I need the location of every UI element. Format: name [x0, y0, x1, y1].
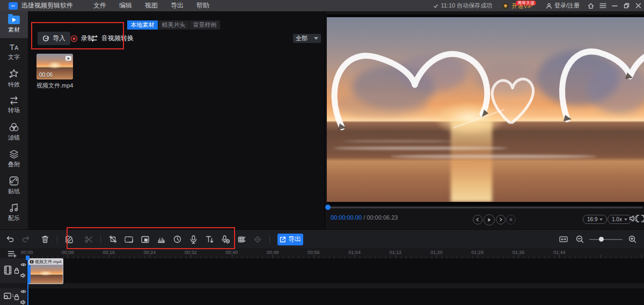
crop-button[interactable] — [108, 235, 117, 244]
sidebar-item-text[interactable]: TA 文字 — [0, 38, 28, 65]
play-button[interactable] — [484, 214, 495, 226]
pip-track-header: 1 — [0, 288, 27, 305]
tab-intro-templates[interactable]: 精美片头 — [158, 20, 189, 30]
autosave-status: 11:10 自动保存成功 — [433, 2, 492, 10]
timeline-zoom-slider[interactable] — [589, 239, 623, 240]
timecode-total: 00:00:06.23 — [367, 214, 398, 221]
sidebar-item-effects[interactable]: 特效 — [0, 65, 28, 92]
timeline-clip-label: 视频文件.mp4 — [28, 259, 63, 265]
seekbar-handle[interactable] — [325, 205, 331, 210]
stop-button[interactable] — [506, 215, 516, 224]
chevron-down-icon — [314, 37, 318, 40]
chevron-down-icon — [624, 219, 627, 221]
tab-background-samples[interactable]: 背景样例 — [189, 20, 220, 30]
tab-local-media[interactable]: 本地素材 — [127, 20, 158, 30]
home-button[interactable] — [585, 0, 597, 11]
sidebar-item-overlays[interactable]: 叠附 — [0, 146, 28, 172]
speed-button[interactable] — [173, 235, 181, 244]
track-mute-icon[interactable] — [20, 300, 26, 305]
zoom-slider-handle[interactable] — [599, 237, 604, 242]
track-mute-icon[interactable] — [20, 273, 26, 278]
mosaic-button[interactable] — [237, 235, 246, 244]
menu-view[interactable]: 视图 — [138, 1, 164, 10]
voice-changer-button[interactable] — [221, 235, 230, 244]
delete-button[interactable] — [41, 235, 49, 244]
preview-seekbar[interactable] — [327, 207, 643, 208]
video-clip-icon — [30, 260, 34, 264]
close-icon — [635, 3, 641, 9]
app-title: 迅捷视频剪辑软件 — [21, 1, 73, 10]
text-to-speech-button[interactable] — [205, 235, 214, 244]
audio-wave-button[interactable] — [157, 235, 165, 244]
main-menu-button[interactable] — [597, 0, 609, 11]
av-convert-button[interactable]: 音视频转换 — [91, 34, 134, 43]
video-editor-window: ✂ 迅捷视频剪辑软件 文件 编辑 视图 导出 帮助 11:10 自动保存成功 开… — [0, 0, 644, 305]
menu-edit[interactable]: 编辑 — [113, 1, 138, 10]
transition-icon — [9, 96, 19, 105]
zoom-in-button[interactable] — [628, 235, 636, 244]
video-track-header — [0, 258, 27, 283]
video-viewport — [327, 14, 644, 206]
media-panel: 本地素材 精美片头 背景样例 导入 录制 音视频转换 全部 00:06 — [28, 11, 325, 229]
lock-icon[interactable] — [14, 294, 19, 300]
fit-timeline-button[interactable] — [559, 235, 568, 244]
lock-icon[interactable] — [14, 267, 19, 274]
vip-promo-badge: 周年大促 — [516, 1, 536, 5]
eye-visibility-icon[interactable] — [20, 289, 26, 294]
playhead-handle[interactable] — [26, 256, 30, 260]
edit-clip-button[interactable] — [65, 235, 74, 244]
import-button[interactable]: 导入 — [38, 32, 70, 45]
fullscreen-icon — [636, 215, 644, 222]
record-icon — [70, 35, 78, 42]
menu-file[interactable]: 文件 — [87, 1, 113, 10]
playhead-line[interactable] — [27, 256, 28, 305]
sticker-icon — [9, 176, 19, 186]
media-filter-dropdown[interactable]: 全部 — [293, 34, 321, 43]
minimize-icon — [612, 3, 618, 9]
login-button[interactable]: 登录/注册 — [546, 2, 580, 10]
timeline-ruler[interactable]: 00:0000:0800:1600:2400:3200:4000:4800:56… — [0, 248, 644, 259]
minimize-button[interactable] — [609, 0, 620, 11]
sidebar-item-media[interactable]: 素材 — [0, 11, 28, 38]
vip-diamond-icon — [502, 3, 509, 10]
playback-speed-dropdown[interactable]: 1.0x — [608, 215, 632, 224]
heart-smoke-trails — [327, 17, 644, 202]
canvas-size-button[interactable] — [125, 235, 133, 244]
sidebar-item-transitions[interactable]: 转场 — [0, 92, 28, 119]
pip-track-lane[interactable] — [27, 288, 644, 305]
sidebar-item-stickers[interactable]: 贴纸 — [0, 172, 28, 199]
close-button[interactable] — [632, 0, 644, 11]
vip-button[interactable]: 开通VIP 周年大促 — [502, 2, 533, 10]
clip-trim-handle[interactable] — [28, 265, 31, 284]
keyframe-button[interactable] — [253, 235, 262, 244]
voiceover-button[interactable] — [189, 235, 197, 244]
sidebar-item-music[interactable]: 配乐 — [0, 199, 28, 226]
timeline-clip[interactable]: 视频文件.mp4 — [28, 258, 63, 284]
convert-arrows-icon — [91, 35, 98, 42]
eye-visibility-icon[interactable] — [20, 263, 26, 267]
undo-button[interactable] — [5, 235, 14, 244]
maximize-button[interactable] — [620, 0, 632, 11]
split-button[interactable] — [84, 235, 93, 244]
preview-panel: 00:00:00.00 / 00:00:06.23 16:9 1.0x — [325, 11, 644, 229]
menu-export[interactable]: 导出 — [164, 1, 190, 10]
sidebar-item-filters[interactable]: 滤镜 — [0, 119, 28, 146]
export-button[interactable]: 导出 — [277, 234, 303, 245]
next-frame-button[interactable] — [496, 215, 506, 224]
media-folder-icon — [8, 16, 20, 24]
media-item-filename: 视频文件.mp4 — [36, 82, 73, 90]
chevron-down-icon — [599, 219, 603, 221]
timecode-display: 00:00:00.00 / 00:00:06.23 — [331, 214, 398, 221]
menu-help[interactable]: 帮助 — [190, 1, 216, 10]
app-logo-icon: ✂ — [9, 2, 18, 10]
film-track-icon — [4, 265, 12, 275]
aspect-ratio-dropdown[interactable]: 16:9 — [583, 215, 607, 224]
redo-button[interactable] — [21, 235, 30, 244]
video-track-lane[interactable] — [27, 258, 644, 283]
fullscreen-button[interactable] — [636, 215, 644, 222]
picture-in-picture-button[interactable] — [141, 235, 149, 244]
zoom-out-button[interactable] — [575, 235, 584, 244]
tool-sidebar: 素材 TA 文字 特效 转场 滤镜 叠附 — [0, 11, 28, 229]
restore-icon — [624, 3, 630, 9]
previous-frame-button[interactable] — [473, 215, 482, 224]
